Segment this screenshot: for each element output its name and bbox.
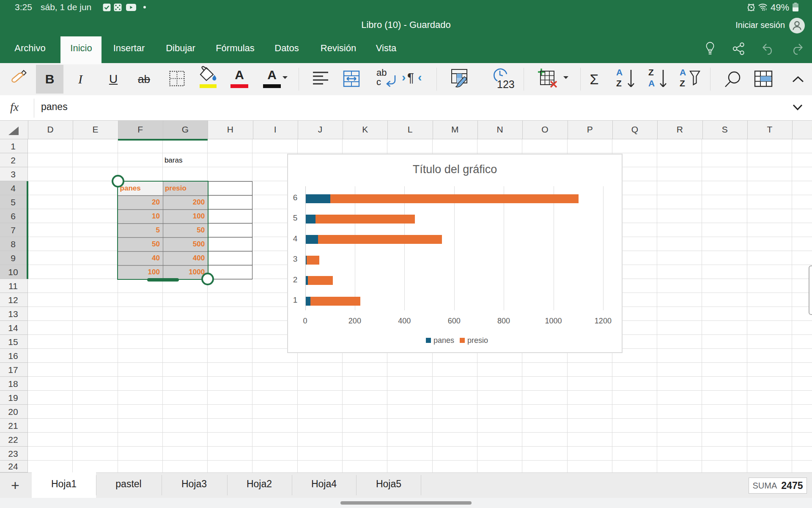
svg-text:123: 123: [497, 78, 515, 90]
